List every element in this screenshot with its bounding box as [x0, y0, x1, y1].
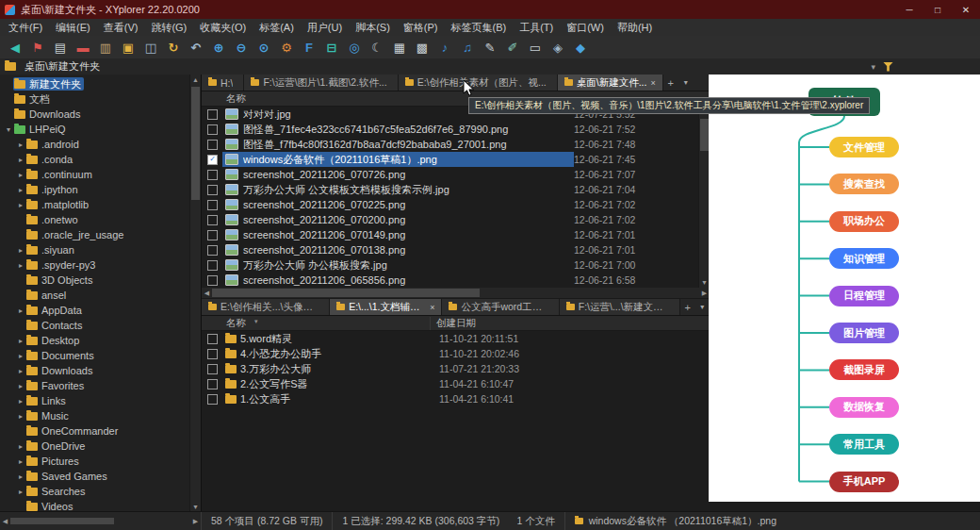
column-name[interactable]: 名称: [226, 92, 246, 106]
expand-toggle-icon[interactable]: ▾: [4, 125, 13, 134]
tree-item[interactable]: 3D Objects: [0, 273, 190, 288]
expand-toggle-icon[interactable]: ▸: [16, 367, 25, 375]
maximize-button[interactable]: □: [923, 0, 952, 19]
expand-toggle-icon[interactable]: ▸: [16, 337, 25, 345]
brush-icon[interactable]: ✐: [501, 38, 524, 57]
tree-item[interactable]: ▸ OneDrive: [0, 439, 190, 454]
new-tab-button[interactable]: +: [663, 75, 678, 91]
audio2-icon[interactable]: ♫: [456, 38, 479, 57]
tree-item[interactable]: ▸ Music: [0, 408, 190, 423]
expand-toggle-icon[interactable]: ▸: [16, 261, 25, 270]
menu-item[interactable]: 文件(F): [2, 21, 49, 35]
checkbox[interactable]: [207, 200, 218, 210]
new-tab-button[interactable]: +: [680, 299, 695, 315]
panel-icon[interactable]: ▭: [524, 38, 547, 57]
tree-item[interactable]: ▸ .continuum: [0, 167, 190, 182]
file-row[interactable]: screenshot_20211206_070200.png 12-06-21 …: [202, 212, 699, 227]
tab-close-icon[interactable]: ×: [650, 78, 655, 88]
checkbox[interactable]: [207, 155, 218, 165]
tree-vertical-scrollbar[interactable]: ▲ ▼: [189, 75, 201, 512]
expand-toggle-icon[interactable]: ▸: [16, 488, 25, 496]
file-row[interactable]: 图怪兽_f7fb4c80f3162d7b8aa7dcf92bababa9_270…: [202, 137, 699, 152]
checkbox[interactable]: [207, 230, 218, 240]
scroll-left-icon[interactable]: ◀: [202, 290, 212, 297]
menu-item[interactable]: 帮助(H): [611, 21, 659, 35]
back-icon[interactable]: ◀: [4, 38, 26, 57]
checkbox[interactable]: [207, 275, 218, 286]
pane1-tab[interactable]: F:\运营\图片\1.截图\2.软件...: [244, 75, 398, 91]
file-row[interactable]: screenshot_20211206_065856.png 12-06-21 …: [202, 273, 699, 288]
font-icon[interactable]: F: [298, 38, 320, 57]
tree-item[interactable]: ▸ Saved Games: [0, 469, 190, 484]
tree-item[interactable]: ▸ .conda: [0, 152, 190, 167]
scroll-thumb[interactable]: [212, 289, 480, 297]
tree-item[interactable]: .onetwo: [0, 212, 190, 227]
tree-item[interactable]: Videos: [0, 499, 190, 512]
column-created-date[interactable]: 创建日期: [430, 317, 476, 330]
script-icon[interactable]: ✎: [479, 38, 501, 57]
folder-row[interactable]: 5.word精灵 11-10-21 20:11:51: [202, 331, 699, 346]
settings-icon[interactable]: ⚙: [275, 38, 298, 57]
file-row[interactable]: screenshot_20211206_070225.png 12-06-21 …: [202, 197, 699, 212]
tree-item[interactable]: ▸ Favorites: [0, 378, 190, 393]
undo-icon[interactable]: ↶: [185, 38, 207, 57]
expand-toggle-icon[interactable]: ▸: [16, 171, 25, 179]
scroll-left-icon[interactable]: ◀: [0, 518, 10, 525]
menu-item[interactable]: 用户(U): [301, 21, 349, 35]
filter-icon[interactable]: [883, 62, 893, 72]
checkbox[interactable]: [207, 379, 218, 389]
expand-toggle-icon[interactable]: ▸: [16, 472, 25, 481]
expand-toggle-icon[interactable]: ▸: [16, 156, 25, 164]
pane1-tab[interactable]: E:\创作相关素材（图片、视...: [399, 75, 558, 91]
checkbox[interactable]: [207, 245, 218, 256]
file-row[interactable]: screenshot_20211206_070138.png 12-06-21 …: [202, 242, 699, 257]
file-row[interactable]: windows必备软件（20211016草稿1）.png 12-06-21 7:…: [202, 152, 699, 167]
checkbox[interactable]: [207, 109, 218, 120]
tree-item[interactable]: Contacts: [0, 318, 190, 333]
tree-item[interactable]: ▸ .spyder-py3: [0, 257, 190, 273]
tree-horizontal-scrollbar[interactable]: ◀ ▶: [0, 512, 202, 530]
scroll-thumb[interactable]: [700, 119, 709, 151]
tree-item[interactable]: Downloads: [0, 107, 190, 122]
tree-item[interactable]: ▸ .siyuan: [0, 242, 190, 257]
expand-toggle-icon[interactable]: ▸: [16, 201, 25, 209]
address-path[interactable]: 桌面\新建文件夹: [24, 59, 100, 74]
tree-item[interactable]: ▾ LHPeiQ: [0, 122, 190, 137]
folder-row[interactable]: 4.小恐龙办公助手 11-10-21 20:02:46: [202, 346, 699, 361]
minimize-button[interactable]: ─: [895, 0, 923, 19]
menu-item[interactable]: 脚本(S): [349, 21, 397, 35]
pane1-horizontal-scrollbar[interactable]: ◀ ▶: [202, 288, 710, 299]
expand-toggle-icon[interactable]: ▸: [16, 141, 25, 149]
tree-item[interactable]: 文档: [0, 91, 190, 107]
checkbox[interactable]: [207, 334, 218, 344]
checkbox[interactable]: [207, 349, 218, 359]
pane1-tab[interactable]: H:\: [202, 75, 244, 91]
calculator-icon[interactable]: ▩: [411, 38, 433, 57]
file-row[interactable]: screenshot_20211206_070149.png 12-06-21 …: [202, 227, 699, 242]
tree-item[interactable]: ▸ Documents: [0, 348, 190, 363]
expand-toggle-icon[interactable]: ▸: [16, 412, 25, 421]
tree-item[interactable]: ansel: [0, 288, 190, 303]
tree-item[interactable]: ▸ .ipython: [0, 182, 190, 197]
new-folder-icon[interactable]: ▣: [117, 38, 139, 57]
expand-toggle-icon[interactable]: ▸: [16, 382, 25, 390]
pane2-tab[interactable]: E:\创作相关...\头像图标: [202, 299, 330, 315]
zoom-in-icon[interactable]: ⊕: [207, 38, 230, 57]
menu-item[interactable]: 编辑(E): [49, 21, 97, 35]
tree-item[interactable]: OneCommander: [0, 423, 190, 439]
checkbox[interactable]: [207, 364, 218, 374]
remove-icon[interactable]: ▬: [72, 38, 94, 57]
expand-toggle-icon[interactable]: ▸: [16, 397, 25, 406]
file-row[interactable]: 万彩办公大师 公文模板文档模板搜索示例.jpg 12-06-21 7:04: [202, 182, 699, 197]
tree-item[interactable]: ▸ Links: [0, 393, 190, 408]
expand-toggle-icon[interactable]: ▸: [16, 186, 25, 194]
zoom-reset-icon[interactable]: ⊙: [253, 38, 275, 57]
checkbox[interactable]: [207, 185, 218, 195]
menu-item[interactable]: 工具(T): [513, 21, 560, 35]
tree-item[interactable]: .oracle_jre_usage: [0, 227, 190, 242]
menu-item[interactable]: 收藏夹(O): [193, 21, 253, 35]
expand-toggle-icon[interactable]: ▸: [16, 246, 25, 255]
tree-item[interactable]: ▸ Desktop: [0, 333, 190, 348]
folder-row[interactable]: 1.公文高手 11-04-21 6:10:41: [202, 391, 699, 406]
refresh-icon[interactable]: ↻: [162, 38, 185, 57]
